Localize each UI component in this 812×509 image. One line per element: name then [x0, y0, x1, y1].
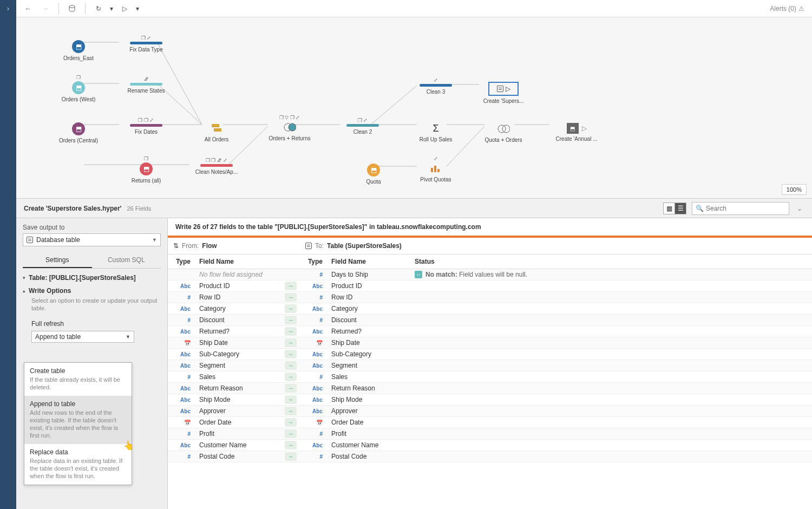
mapping-row[interactable]: AbcCustomer Name→AbcCustomer Name — [168, 440, 812, 451]
node-clean3[interactable]: ⤢ Clean 3 — [411, 77, 460, 95]
node-create-annual[interactable]: ⬒ ▷ Create 'Annual ... — [552, 116, 601, 142]
run-button[interactable]: ▷ — [117, 1, 132, 16]
mapping-row[interactable]: #Postal Code→#Postal Code — [168, 451, 812, 462]
mapping-row[interactable]: 📅Ship Date→📅Ship Date — [168, 337, 812, 349]
run-dropdown[interactable]: ▾ — [134, 1, 141, 16]
alerts-indicator[interactable]: Alerts (0) ⚠ — [770, 5, 808, 12]
col-type: Type — [168, 255, 195, 269]
flow-canvas[interactable]: ⬒ Orders_East ❐ ⬒ Orders (West) ⬒ Orders… — [16, 17, 812, 199]
left-type: Abc — [168, 384, 195, 392]
node-rename-states[interactable]: 🖇 Rename States — [122, 76, 171, 94]
mapping-row[interactable]: #Sales→#Sales — [168, 371, 812, 383]
right-field: Product ID — [327, 282, 410, 290]
refresh-dropdown[interactable]: ▾ — [108, 1, 115, 16]
svg-rect-22 — [431, 168, 433, 172]
map-arrow: → — [281, 441, 300, 449]
left-type: Abc — [168, 282, 195, 290]
view-list-button[interactable]: ☰ — [675, 203, 686, 214]
node-fix-data-type[interactable]: ❐ ⤢ Fix Data Type — [122, 35, 171, 53]
map-arrow: → — [281, 350, 300, 358]
left-field: Ship Date — [195, 339, 281, 347]
zoom-indicator[interactable]: 100% — [782, 184, 807, 195]
forward-button[interactable]: → — [38, 1, 53, 16]
node-toolbar-icon: ❐ — [54, 75, 103, 80]
node-orders-central[interactable]: ⬒ Orders (Central) — [54, 116, 103, 143]
left-field: Discount — [195, 316, 281, 324]
tab-settings[interactable]: Settings — [23, 253, 92, 268]
mapping-row[interactable]: #Row ID→#Row ID — [168, 292, 812, 303]
node-orders-west[interactable]: ❐ ⬒ Orders (West) — [54, 75, 103, 102]
node-returns-all[interactable]: ❐ ⬒ Returns (all) — [122, 156, 171, 184]
dropdown-item-create[interactable]: Create table If the table already exists… — [24, 363, 132, 396]
collapse-chevron-icon[interactable]: ⌄ — [795, 205, 804, 212]
node-fix-dates[interactable]: ❐ ❐ ⤢ Fix Dates — [122, 118, 171, 135]
node-clean2[interactable]: ❐ ⤢ Clean 2 — [338, 118, 387, 135]
col-field-name: Field Name — [327, 255, 410, 269]
mapping-rows[interactable]: No flow field assigned#Days to Ship↔No m… — [168, 269, 812, 509]
node-rollup[interactable]: Σ Roll Up Sales — [411, 116, 460, 142]
warning-icon: ⚠ — [798, 5, 804, 12]
mapping-row[interactable]: #Discount→#Discount — [168, 315, 812, 326]
right-field: Ship Date — [327, 339, 410, 347]
right-type: Abc — [300, 362, 327, 369]
alerts-label: Alerts (0) — [770, 5, 796, 12]
node-pivot[interactable]: ⤢ Pivot Quotas — [411, 156, 460, 182]
node-clean-notes[interactable]: ❐ ❐ 🖇 ⤢ Clean Notes/Ap... — [192, 158, 241, 175]
mapping-row[interactable]: AbcProduct ID→AbcProduct ID — [168, 280, 812, 292]
mapping-row[interactable]: AbcShip Mode→AbcShip Mode — [168, 394, 812, 406]
search-input[interactable] — [706, 205, 785, 212]
mapping-row[interactable]: 📅Order Date→📅Order Date — [168, 417, 812, 428]
search-box[interactable]: 🔍 — [692, 202, 789, 215]
left-type: # — [168, 293, 195, 301]
content: Save output to Database table ▼ Settings… — [16, 218, 812, 509]
mapping-row[interactable]: #Profit→#Profit — [168, 428, 812, 440]
right-type: Abc — [300, 328, 327, 335]
write-options-section[interactable]: ▴ Write Options — [23, 287, 161, 295]
mapping-row[interactable]: No flow field assigned#Days to Ship↔No m… — [168, 269, 812, 280]
field-mapping-panel: Write 26 of 27 fields to the table "[PUB… — [168, 218, 812, 509]
output-config-panel: Save output to Database table ▼ Settings… — [16, 218, 168, 509]
mapping-row[interactable]: AbcSegment→AbcSegment — [168, 360, 812, 371]
caret-down-icon: ▼ — [126, 334, 130, 340]
left-field: No flow field assigned — [195, 271, 281, 278]
node-toolbar-icon: 🖇 — [122, 76, 171, 82]
right-field: Sales — [327, 373, 410, 381]
right-type: # — [300, 430, 327, 438]
left-rail: › — [0, 0, 16, 509]
mapping-row[interactable]: AbcSub-Category→AbcSub-Category — [168, 349, 812, 360]
left-field: Product ID — [195, 282, 281, 290]
right-field: Days to Ship — [327, 271, 410, 278]
mapping-row[interactable]: AbcCategory→AbcCategory — [168, 303, 812, 315]
node-create-supers[interactable]: ▷ Create 'Supers... — [479, 75, 528, 104]
right-field: Customer Name — [327, 441, 410, 449]
node-quota[interactable]: ⬒ Quota — [349, 157, 398, 185]
write-option-select[interactable]: Append to table ▼ — [31, 331, 134, 343]
expand-rail-icon[interactable]: › — [3, 2, 13, 15]
mapping-row[interactable]: AbcApprover→AbcApprover — [168, 406, 812, 417]
to-value: Table (SuperStoreSales) — [327, 242, 402, 250]
node-quota-orders[interactable]: Quota + Orders — [479, 116, 528, 143]
left-field: Approver — [195, 407, 281, 415]
output-target-select[interactable]: Database table ▼ — [23, 233, 161, 246]
mapping-row[interactable]: AbcReturned?→AbcReturned? — [168, 326, 812, 337]
node-orders-returns[interactable]: ❐ ▽ ❐ ⤢ Orders + Returns — [265, 115, 314, 141]
mapping-row[interactable]: AbcReturn Reason→AbcReturn Reason — [168, 383, 812, 394]
join-icon — [497, 123, 510, 135]
view-grid-button[interactable]: ▦ — [663, 203, 675, 214]
play-icon: ▷ — [582, 125, 587, 132]
dropdown-item-replace[interactable]: Replace data Replace data in an existing… — [24, 444, 132, 485]
datasource-icon: ⬒ — [72, 40, 85, 53]
node-orders-east[interactable]: ⬒ Orders_East — [54, 34, 103, 61]
back-button[interactable]: ← — [21, 1, 36, 16]
right-field: Discount — [327, 316, 410, 324]
data-icon[interactable] — [64, 1, 80, 16]
refresh-button[interactable]: ↻ — [91, 1, 106, 16]
table-section[interactable]: ▾ Table: [PUBLIC].[SuperStoreSales] — [23, 274, 161, 282]
node-all-orders[interactable]: All Orders — [192, 116, 241, 142]
svg-rect-19 — [214, 128, 221, 132]
dropdown-item-append[interactable]: Append to table Add new rows to the end … — [24, 396, 132, 444]
map-arrow: → — [281, 338, 300, 347]
right-type: # — [300, 271, 327, 278]
node-toolbar-icon: ❐ ❐ ⤢ — [122, 118, 171, 123]
tab-custom-sql[interactable]: Custom SQL — [92, 253, 161, 268]
